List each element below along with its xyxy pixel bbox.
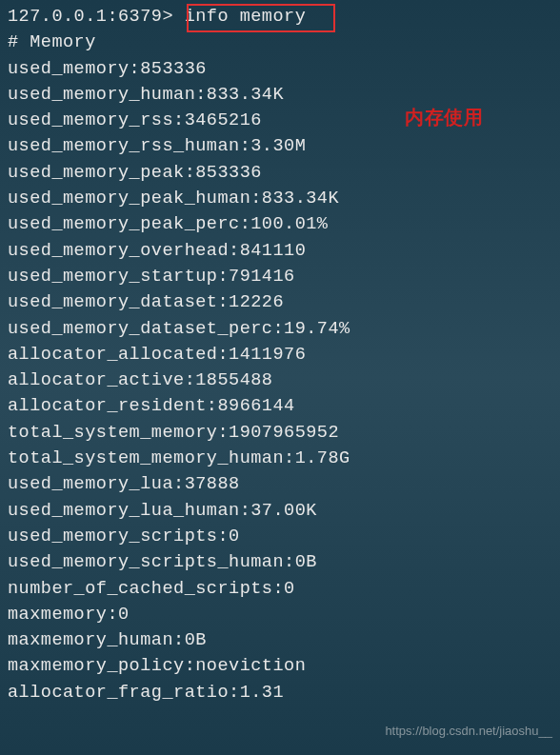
output-line: number_of_cached_scripts:0 xyxy=(8,576,552,602)
output-line: allocator_resident:8966144 xyxy=(8,393,552,419)
prompt-line[interactable]: 127.0.0.1:6379> info memory xyxy=(8,4,552,30)
output-line: used_memory_dataset:12226 xyxy=(8,289,552,315)
output-line: allocator_allocated:1411976 xyxy=(8,342,552,368)
output-line: maxmemory_policy:noeviction xyxy=(8,653,552,679)
output-line: allocator_active:1855488 xyxy=(8,368,552,393)
output-line: total_system_memory_human:1.78G xyxy=(8,446,552,471)
prompt-text: 127.0.0.1:6379> xyxy=(8,7,185,27)
output-lines-container: used_memory:853336used_memory_human:833.… xyxy=(8,56,552,705)
output-line: used_memory_rss_human:3.30M xyxy=(8,133,552,159)
output-line: maxmemory:0 xyxy=(8,602,552,627)
output-line: used_memory_peak_human:833.34K xyxy=(8,186,552,211)
output-line: used_memory_peak_perc:100.01% xyxy=(8,211,552,237)
output-line: used_memory_peak:853336 xyxy=(8,160,552,186)
output-line: total_system_memory:1907965952 xyxy=(8,420,552,446)
output-line: used_memory_overhead:841110 xyxy=(8,238,552,264)
memory-usage-label: 内存使用 xyxy=(405,105,483,130)
output-line: used_memory_scripts:0 xyxy=(8,524,552,549)
watermark-text: https://blog.csdn.net/jiaoshu__ xyxy=(385,724,552,738)
output-line: used_memory:853336 xyxy=(8,56,552,82)
output-line: used_memory_lua:37888 xyxy=(8,471,552,497)
section-header-line: # Memory xyxy=(8,30,552,55)
output-line: maxmemory_human:0B xyxy=(8,627,552,653)
output-line: used_memory_lua_human:37.00K xyxy=(8,498,552,524)
output-line: allocator_frag_ratio:1.31 xyxy=(8,680,552,705)
command-text: info memory xyxy=(185,7,307,27)
output-line: used_memory_startup:791416 xyxy=(8,264,552,289)
output-line: used_memory_scripts_human:0B xyxy=(8,549,552,575)
output-line: used_memory_dataset_perc:19.74% xyxy=(8,316,552,342)
